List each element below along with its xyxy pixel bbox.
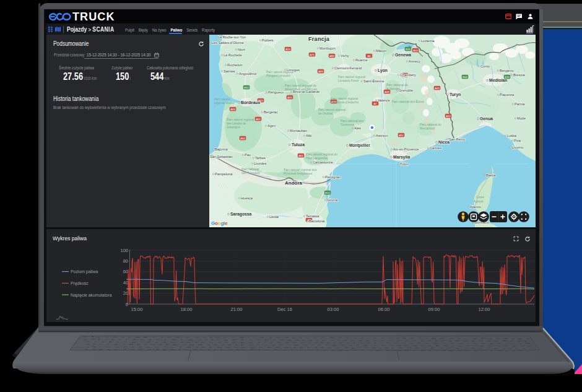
svg-text:Lozanna: Lozanna — [421, 39, 435, 43]
svg-text:E25: E25 — [406, 48, 410, 51]
svg-text:Niort: Niort — [238, 48, 245, 51]
svg-text:San Remo: San Remo — [449, 137, 465, 141]
svg-text:Lukka: Lukka — [507, 134, 517, 137]
svg-text:Agen: Agen — [267, 124, 276, 128]
svg-text:03:00: 03:00 — [328, 307, 339, 312]
svg-text:Parc naturel: Parc naturel — [214, 98, 230, 101]
svg-text:Périgueux: Périgueux — [268, 90, 284, 94]
svg-text:Corse: Corse — [476, 196, 484, 199]
svg-text:A7: A7 — [373, 102, 377, 105]
svg-text:Rochefort: Rochefort — [227, 63, 243, 67]
svg-text:Napięcie akumulatora: Napięcie akumulatora — [71, 292, 112, 298]
svg-text:A51: A51 — [399, 134, 404, 137]
svg-text:E64: E64 — [463, 76, 467, 79]
svg-text:Genua: Genua — [480, 116, 493, 121]
svg-text:80: 80 — [123, 258, 128, 264]
svg-text:Grenoble: Grenoble — [399, 89, 413, 92]
svg-text:des Landes de: des Landes de — [227, 122, 246, 125]
svg-text:Lyon: Lyon — [378, 68, 388, 73]
svg-text:Genewa: Genewa — [395, 53, 411, 57]
svg-text:Montluçon: Montluçon — [319, 46, 336, 50]
svg-text:Poziom paliwa: Poziom paliwa — [71, 269, 98, 274]
svg-text:Awinion: Awinion — [376, 134, 388, 137]
svg-text:Parma: Parma — [515, 102, 525, 106]
svg-text:A10: A10 — [285, 48, 290, 51]
svg-text:Tuluza: Tuluza — [292, 142, 305, 147]
svg-text:12:00: 12:00 — [479, 307, 490, 312]
svg-text:Limoges: Limoges — [287, 68, 300, 72]
svg-text:Albi: Albi — [306, 134, 311, 137]
svg-text:Parc national: Parc national — [241, 168, 259, 171]
svg-text:Nicea: Nicea — [438, 140, 450, 144]
svg-text:Annecy: Annecy — [409, 59, 420, 63]
svg-text:Poitiers: Poitiers — [262, 38, 274, 42]
svg-text:Bergerac: Bergerac — [264, 110, 278, 114]
svg-text:A20: A20 — [287, 96, 292, 99]
svg-text:A64: A64 — [240, 137, 245, 140]
svg-text:Pau: Pau — [245, 153, 251, 157]
svg-text:Cannes: Cannes — [430, 146, 441, 150]
svg-text:A32: A32 — [446, 115, 451, 118]
svg-text:Parc naturel régional: Parc naturel régional — [331, 97, 358, 100]
svg-text:des Pyrénées: des Pyrénées — [241, 172, 260, 175]
svg-text:régional Médoc: régional Médoc — [214, 102, 235, 105]
svg-text:Mediolan: Mediolan — [489, 78, 507, 82]
svg-text:des Monts d’Ardèche: des Monts d’Ardèche — [331, 101, 358, 104]
svg-text:Piacenza: Piacenza — [500, 93, 515, 97]
svg-text:Carcassonne: Carcassonne — [313, 160, 333, 164]
svg-text:Mâcon: Mâcon — [376, 49, 386, 53]
svg-text:A48: A48 — [384, 90, 389, 94]
svg-text:Marsylia: Marsylia — [393, 155, 410, 160]
svg-text:A89: A89 — [318, 70, 323, 73]
svg-text:Périgord-Limousin: Périgord-Limousin — [266, 74, 290, 77]
svg-text:A63: A63 — [230, 108, 235, 111]
svg-text:Clermont-Ferrand: Clermont-Ferrand — [334, 66, 362, 70]
svg-text:Francja: Francja — [308, 36, 330, 42]
svg-text:Parc naturel régional: Parc naturel régional — [227, 118, 254, 121]
svg-text:Google: Google — [211, 220, 228, 226]
svg-text:de l’Aubrac: de l’Aubrac — [318, 112, 334, 115]
svg-text:Parc naturel régional des: Parc naturel régional des — [284, 168, 317, 172]
svg-text:Tulon: Tulon — [400, 162, 409, 166]
svg-text:Bordeaux: Bordeaux — [241, 100, 261, 105]
svg-text:E15: E15 — [325, 191, 330, 194]
svg-text:San-Sebastian: San-Sebastian — [210, 155, 233, 159]
svg-text:20: 20 — [123, 290, 128, 296]
svg-text:18:00: 18:00 — [181, 307, 193, 312]
svg-text:Perpignan: Perpignan — [325, 175, 341, 179]
svg-text:Lourdes: Lourdes — [254, 162, 266, 165]
svg-text:Ajaccio: Ajaccio — [470, 205, 481, 209]
svg-text:Huesca: Huesca — [241, 196, 253, 200]
svg-text:100: 100 — [120, 248, 128, 253]
svg-text:Girona: Girona — [327, 198, 338, 202]
svg-text:A71: A71 — [310, 53, 315, 56]
svg-text:Mercantour: Mercantour — [420, 127, 435, 130]
svg-text:Chambéry: Chambéry — [400, 73, 416, 77]
svg-text:Montpellier: Montpellier — [349, 143, 370, 148]
svg-text:Bergamo: Bergamo — [500, 69, 514, 72]
svg-text:09:00: 09:00 — [428, 307, 440, 312]
svg-text:15:00: 15:00 — [131, 307, 143, 312]
svg-text:A89: A89 — [329, 54, 334, 58]
svg-text:Parc national de: Parc national de — [386, 84, 408, 87]
svg-text:Brescia: Brescia — [513, 73, 526, 77]
svg-text:Barcelona: Barcelona — [309, 219, 325, 223]
svg-text:Andora: Andora — [285, 180, 303, 186]
svg-text:Prędkość: Prędkość — [71, 281, 89, 286]
svg-text:E62: E62 — [244, 86, 249, 89]
svg-text:A40: A40 — [413, 49, 418, 52]
svg-text:Cévennes: Cévennes — [341, 123, 354, 126]
svg-text:Terrassa: Terrassa — [306, 214, 319, 218]
svg-text:Valence: Valence — [378, 98, 390, 102]
svg-text:40: 40 — [123, 280, 128, 285]
svg-text:Livradois-Forez: Livradois-Forez — [338, 79, 359, 82]
svg-text:Livorno: Livorno — [512, 146, 523, 149]
svg-text:Gascogne: Gascogne — [227, 126, 240, 129]
svg-text:Alès: Alès — [354, 126, 361, 130]
svg-text:Vichy: Vichy — [341, 54, 349, 58]
svg-text:Turyn: Turyn — [450, 92, 461, 97]
svg-text:Saragossa: Saragossa — [230, 212, 252, 217]
svg-text:Parc national du: Parc national du — [420, 123, 441, 126]
svg-text:Pyrénées Ariégeoises: Pyrénées Ariégeoises — [284, 172, 313, 175]
svg-text:06:00: 06:00 — [378, 307, 390, 312]
